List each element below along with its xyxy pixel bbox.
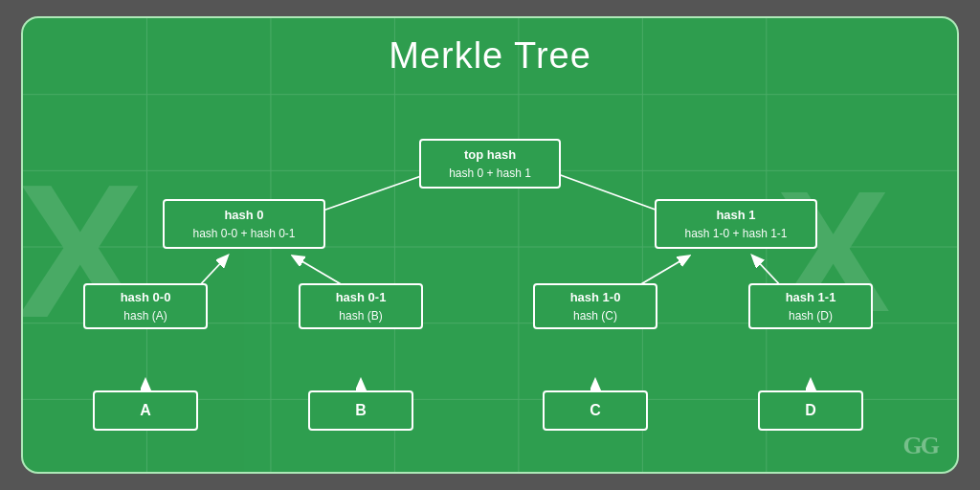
node-hash01: hash 0-1 hash (B) <box>299 283 423 329</box>
tree-diagram: top hash hash 0 + hash 1 hash 0 hash 0-0… <box>59 86 921 450</box>
node-leaf-c: C <box>543 390 648 431</box>
leaf-b-label: B <box>355 399 367 422</box>
leaf-a-label: A <box>140 399 151 422</box>
node-hash1-line1: hash 1 <box>716 206 755 225</box>
node-leaf-b: B <box>308 390 413 431</box>
node-hash00: hash 0-0 hash (A) <box>83 283 208 329</box>
page-title: Merkle Tree <box>389 35 591 77</box>
node-hash0-line2: hash 0-0 + hash 0-1 <box>192 225 295 242</box>
node-top-line2: hash 0 + hash 1 <box>449 165 531 182</box>
node-top-line1: top hash <box>464 145 516 165</box>
node-leaf-a: A <box>93 390 198 431</box>
node-hash01-line1: hash 0-1 <box>336 288 387 307</box>
node-hash00-line1: hash 0-0 <box>121 288 171 307</box>
leaf-c-label: C <box>590 399 601 422</box>
node-hash10: hash 1-0 hash (C) <box>533 283 657 329</box>
node-leaf-d: D <box>758 390 863 431</box>
node-hash01-line2: hash (B) <box>339 307 382 324</box>
node-top-hash: top hash hash 0 + hash 1 <box>419 139 561 189</box>
node-hash1: hash 1 hash 1-0 + hash 1-1 <box>655 199 817 249</box>
node-hash10-line2: hash (C) <box>573 307 617 324</box>
node-hash11: hash 1-1 hash (D) <box>748 283 873 329</box>
node-hash0: hash 0 hash 0-0 + hash 0-1 <box>163 199 325 249</box>
node-hash11-line1: hash 1-1 <box>786 288 836 307</box>
node-hash00-line2: hash (A) <box>123 307 167 324</box>
node-hash1-line2: hash 1-0 + hash 1-1 <box>684 225 787 242</box>
node-hash10-line1: hash 1-0 <box>570 288 621 307</box>
node-hash11-line2: hash (D) <box>789 307 833 324</box>
main-container: X X Merkle Tree <box>21 16 959 474</box>
node-hash0-line1: hash 0 <box>224 206 263 225</box>
leaf-d-label: D <box>805 399 816 422</box>
